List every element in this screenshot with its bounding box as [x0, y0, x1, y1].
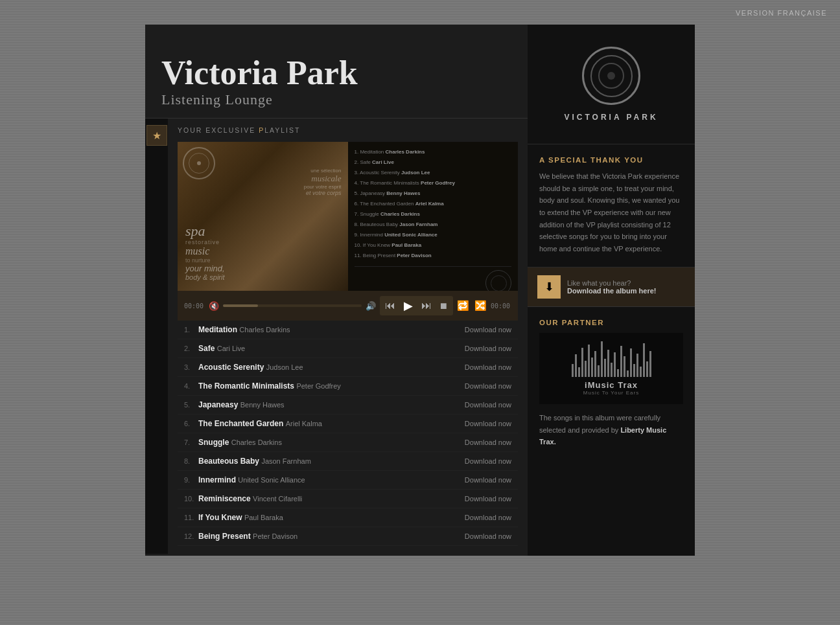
- tracks-list: 1. Meditation Charles Darkins Download n…: [178, 321, 518, 546]
- download-link[interactable]: Download now: [465, 457, 511, 465]
- thank-you-section: A SPECIAL THANK YOU We believe that the …: [528, 144, 695, 267]
- track-item[interactable]: 8. Beauteous Baby Jason Farnham Download…: [178, 452, 518, 471]
- track-item[interactable]: 1. Meditation Charles Darkins Download n…: [178, 321, 518, 339]
- download-link[interactable]: Download now: [465, 326, 511, 334]
- track-title: Snuggle Charles Darkins: [198, 438, 465, 447]
- page-subtitle: Listening Lounge: [161, 91, 358, 108]
- page-title: Victoria Park: [161, 56, 358, 90]
- header-section: Victoria Park Listening Lounge: [145, 25, 528, 119]
- thank-you-text: We believe that the Victoria Park experi…: [539, 170, 683, 255]
- extra-controls: 🔁 🔀: [457, 300, 487, 312]
- track-item[interactable]: 7. Snuggle Charles Darkins Download now: [178, 433, 518, 452]
- track-title: Japaneasy Benny Hawes: [198, 400, 465, 409]
- download-album-text: Like what you hear? Download the album h…: [567, 279, 657, 295]
- thank-you-heading: A SPECIAL THANK YOU: [539, 156, 683, 164]
- track-item[interactable]: 9. Innermind United Sonic Alliance Downl…: [178, 471, 518, 490]
- track-title: If You Knew Paul Baraka: [198, 513, 465, 522]
- partner-description: The songs in this album were carefully s…: [539, 412, 683, 448]
- download-link[interactable]: Download now: [465, 514, 511, 521]
- track-item[interactable]: 2. Safe Cari Live Download now: [178, 339, 518, 358]
- track-number: 4.: [184, 382, 198, 390]
- download-icon-box: ⬇: [537, 275, 561, 299]
- track-number: 12.: [184, 532, 198, 540]
- download-link[interactable]: Download now: [465, 532, 511, 540]
- control-group: ⏮ ▶ ⏭ ⏹: [380, 296, 453, 315]
- logo-section: VICTORIA PARK: [528, 25, 695, 144]
- track-number: 2.: [184, 345, 198, 352]
- track-title: Reminiscence Vincent Cifarelli: [198, 494, 465, 503]
- track-title: Innermind United Sonic Alliance: [198, 475, 465, 484]
- track-number: 3.: [184, 363, 198, 371]
- track-title: Safe Cari Live: [198, 344, 465, 353]
- track-number: 5.: [184, 401, 198, 409]
- repeat-icon[interactable]: 🔁: [457, 300, 469, 312]
- track-item[interactable]: 3. Acoustic Serenity Judson Lee Download…: [178, 358, 518, 377]
- shuffle-icon[interactable]: 🔀: [474, 300, 487, 312]
- download-link[interactable]: Download now: [465, 363, 511, 371]
- download-link[interactable]: Download now: [465, 345, 511, 352]
- album-art: spa restorative music to nurture your mi…: [178, 142, 518, 291]
- track-number: 10.: [184, 495, 198, 503]
- music-trax-sublabel: Music To Your Ears: [583, 390, 639, 396]
- star-badge: ★: [146, 125, 167, 146]
- download-link[interactable]: Download now: [465, 420, 511, 427]
- track-title: Meditation Charles Darkins: [198, 325, 465, 334]
- track-item[interactable]: 6. The Enchanted Garden Ariel Kalma Down…: [178, 415, 518, 433]
- track-item[interactable]: 12. Being Present Peter Davison Download…: [178, 527, 518, 546]
- partner-section: OUR PARTNER: [528, 307, 695, 460]
- track-title: Beauteous Baby Jason Farnham: [198, 457, 465, 466]
- volume-high-icon: 🔊: [366, 301, 376, 311]
- track-title: The Romantic Minimalists Peter Godfrey: [198, 381, 465, 391]
- download-link[interactable]: Download now: [465, 401, 511, 409]
- track-item[interactable]: 4. The Romantic Minimalists Peter Godfre…: [178, 377, 518, 396]
- album-tracklist: 1. Meditation Charles Darkins 2. Safe Ca…: [355, 147, 512, 261]
- download-link[interactable]: Download now: [465, 495, 511, 503]
- progress-bar[interactable]: [223, 304, 362, 307]
- track-number: 11.: [184, 514, 198, 521]
- download-album-section[interactable]: ⬇ Like what you hear? Download the album…: [528, 267, 695, 307]
- download-link[interactable]: Download now: [465, 476, 511, 484]
- download-link[interactable]: Download now: [465, 438, 511, 446]
- volume-icon[interactable]: 🔇: [209, 301, 219, 311]
- track-number: 1.: [184, 326, 198, 334]
- track-item[interactable]: 5. Japaneasy Benny Hawes Download now: [178, 396, 518, 415]
- track-item[interactable]: 11. If You Knew Paul Baraka Download now: [178, 508, 518, 527]
- fast-forward-button[interactable]: ⏭: [419, 299, 434, 312]
- track-title: Acoustic Serenity Judson Lee: [198, 363, 465, 372]
- track-number: 6.: [184, 420, 198, 427]
- playlist-label: YOUR EXCLUSIVE PLAYLIST: [178, 126, 518, 134]
- play-button[interactable]: ▶: [401, 298, 416, 313]
- stop-button[interactable]: ⏹: [437, 300, 450, 312]
- download-link[interactable]: Download now: [465, 382, 511, 390]
- time-start: 00:00: [184, 302, 205, 310]
- time-end: 00:00: [491, 302, 511, 310]
- player-controls: 00:00 🔇 🔊 ⏮ ▶ ⏭ ⏹ 🔁 🔀: [178, 291, 518, 321]
- track-item[interactable]: 10. Reminiscence Vincent Cifarelli Downl…: [178, 490, 518, 508]
- track-number: 8.: [184, 457, 198, 465]
- partner-logo: iMusic Trax Music To Your Ears: [539, 333, 683, 404]
- version-fr-link[interactable]: VERSION FRANÇAISE: [736, 9, 827, 17]
- logo-circle: [582, 47, 640, 105]
- music-trax-label: iMusic Trax: [585, 380, 638, 390]
- track-title: The Enchanted Garden Ariel Kalma: [198, 419, 465, 428]
- track-number: 7.: [184, 438, 198, 446]
- rewind-button[interactable]: ⏮: [383, 299, 397, 312]
- track-number: 9.: [184, 476, 198, 484]
- partner-heading: OUR PARTNER: [539, 319, 683, 326]
- logo-name: VICTORIA PARK: [564, 113, 658, 122]
- right-panel: VICTORIA PARK A SPECIAL THANK YOU We bel…: [528, 25, 695, 556]
- track-title: Being Present Peter Davison: [198, 532, 465, 541]
